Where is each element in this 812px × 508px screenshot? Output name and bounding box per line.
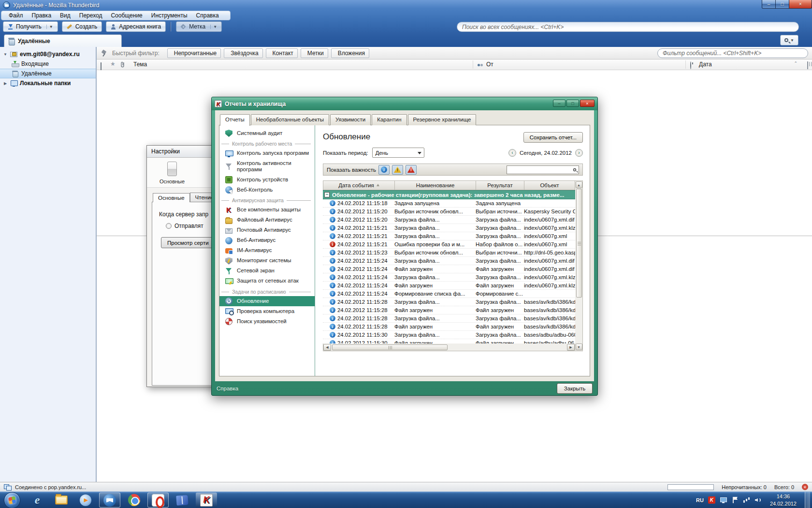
kaspersky-sidebar-item[interactable]: Сетевой экран [219, 266, 315, 276]
kaspersky-sidebar-item[interactable]: IM-Антивирус [219, 246, 315, 256]
event-row[interactable]: i24.02.2012 11:15:28 Файл загружен Файл … [323, 323, 575, 331]
kaspersky-sidebar-item[interactable]: Веб-Антивирус [219, 236, 315, 246]
previous-day-button[interactable]: ‹ [508, 149, 516, 157]
quick-filter-button[interactable]: Метки [301, 48, 328, 58]
from-column-header[interactable]: От [486, 61, 493, 68]
period-select[interactable]: День [372, 148, 424, 158]
tag-button[interactable]: Метка ▼ [176, 21, 222, 32]
event-row[interactable]: i24.02.2012 11:15:28 Загрузка файла... З… [323, 314, 575, 323]
folder-account[interactable]: ▼ evm.git08@yandex.ru [0, 49, 96, 59]
start-button[interactable] [4, 492, 20, 508]
view-certificates-button[interactable]: Просмотр серти [161, 237, 215, 248]
kaspersky-sidebar-item[interactable]: Контроль активности программ [219, 159, 315, 175]
category-general[interactable]: Основные [155, 162, 189, 184]
close-button[interactable]: × [580, 100, 594, 107]
event-row[interactable]: i24.02.2012 11:15:24 Загрузка файла... З… [323, 257, 575, 265]
name-column-header[interactable]: Наименование [395, 181, 476, 190]
network-tray-icon[interactable] [743, 496, 750, 504]
kaspersky-sidebar-item[interactable]: Все компоненты защиты [219, 205, 315, 215]
task-group-row[interactable]: Обновление - рабочие станции(групповая з… [323, 190, 575, 199]
taskbar-app-button[interactable] [123, 493, 145, 508]
kaspersky-sidebar-item[interactable]: Веб-Контроль [219, 185, 315, 195]
radio-button-icon[interactable] [166, 223, 172, 229]
menu-item[interactable]: Переход [75, 11, 107, 20]
error-filter-button[interactable]: ! [406, 165, 417, 175]
twisty-collapsed-icon[interactable]: ▶ [3, 81, 8, 86]
event-row[interactable]: i24.02.2012 11:15:30 Загрузка файла... З… [323, 331, 575, 339]
kaspersky-sidebar-item[interactable]: Контроль рабочего места [219, 138, 315, 149]
result-column-header[interactable]: Результат [476, 181, 524, 190]
event-row[interactable]: i24.02.2012 11:15:24 Файл загружен Файл … [323, 282, 575, 290]
event-row[interactable]: i24.02.2012 11:15:20 Выбран источник обн… [323, 208, 575, 216]
tab-search-button[interactable]: ▼ [780, 35, 798, 45]
minimize-button[interactable]: – [553, 100, 566, 107]
clock-icon[interactable] [690, 62, 691, 69]
kaspersky-sidebar-item[interactable]: Файловый Антивирус [219, 215, 315, 225]
kaspersky-sidebar-item[interactable]: Почтовый Антивирус [219, 225, 315, 236]
event-row[interactable]: i24.02.2012 11:15:23 Выбран источник обн… [323, 249, 575, 257]
quick-filter-button[interactable]: Контакт [266, 48, 298, 58]
next-day-button[interactable]: › [575, 149, 583, 157]
kaspersky-tab[interactable]: Уязвимости [330, 114, 371, 125]
offline-indicator-icon[interactable]: × [802, 484, 808, 490]
star-column-icon[interactable]: ★ [110, 61, 116, 67]
message-filter-input[interactable] [657, 48, 808, 58]
event-row[interactable]: i24.02.2012 11:15:24 Формирование списка… [323, 290, 575, 298]
event-row[interactable]: i24.02.2012 11:15:28 Файл загружен Файл … [323, 306, 575, 314]
kaspersky-tab[interactable]: Необработанные объекты [251, 114, 329, 125]
get-mail-button[interactable]: Получить ▼ [3, 21, 58, 32]
kaspersky-sidebar-item[interactable]: Контроль запуска программ [219, 149, 315, 159]
scroll-up-icon[interactable]: ▲ [576, 181, 582, 188]
kaspersky-sidebar-item[interactable]: Антивирусная защита [219, 195, 315, 205]
help-link[interactable]: Справка [217, 386, 238, 391]
event-row[interactable]: i24.02.2012 11:15:24 Загрузка файла... З… [323, 273, 575, 282]
event-row[interactable]: i24.02.2012 11:15:21 Загрузка файла... З… [323, 224, 575, 232]
vertical-scrollbar[interactable]: ▲ ▼ [575, 180, 583, 351]
column-separator[interactable] [473, 60, 473, 69]
scroll-right-icon[interactable]: ▶ [567, 344, 575, 351]
event-row[interactable]: i24.02.2012 11:15:24 Файл загружен Файл … [323, 265, 575, 273]
taskbar-app-button[interactable] [51, 493, 72, 508]
save-report-button[interactable]: Сохранить отчет... [523, 132, 583, 143]
kaspersky-sidebar-item[interactable]: Задачи по расписанию [219, 286, 315, 297]
column-separator[interactable] [685, 60, 686, 69]
pin-icon[interactable] [102, 50, 106, 57]
close-dialog-button[interactable]: Закрыть [557, 383, 593, 394]
kaspersky-sidebar-item[interactable]: Системный аудит [219, 128, 315, 138]
kaspersky-sidebar-item[interactable]: Поиск уязвимостей [219, 316, 315, 327]
kaspersky-tab[interactable]: Резервное хранилище [408, 114, 477, 125]
scroll-left-icon[interactable]: ◀ [323, 344, 331, 351]
event-row[interactable]: i24.02.2012 11:15:18 Задача запущена Зад… [323, 199, 575, 208]
folder-trash-selected[interactable]: Удалённые [0, 69, 96, 78]
menu-item[interactable]: Сообщение [106, 11, 146, 20]
compose-button[interactable]: Создать [62, 21, 102, 32]
maximize-button[interactable]: □ [566, 100, 579, 107]
quick-filter-button[interactable]: Вложения [331, 48, 369, 58]
chevron-down-icon[interactable]: ▼ [210, 25, 217, 29]
folder-local[interactable]: ▶ Локальные папки [0, 78, 96, 88]
taskbar-app-button[interactable] [147, 493, 169, 508]
event-row[interactable]: i24.02.2012 11:15:30 Файл загружен Файл … [323, 339, 575, 344]
warning-filter-button[interactable]: ! [392, 165, 403, 175]
clock[interactable]: 14:36 24.02.2012 [766, 493, 800, 507]
kaspersky-sidebar-item[interactable]: Проверка компьютера [219, 306, 315, 316]
event-row[interactable]: i24.02.2012 11:15:20 Загрузка файла... З… [323, 216, 575, 224]
subject-column-header[interactable]: Тема [133, 61, 147, 68]
volume-tray-icon[interactable] [754, 496, 762, 504]
close-button[interactable]: × [789, 0, 812, 9]
kaspersky-tab[interactable]: Отчеты [220, 114, 250, 126]
scroll-down-icon[interactable]: ▼ [576, 344, 582, 350]
taskbar-app-button[interactable] [99, 493, 120, 508]
tab-general[interactable]: Основные [153, 193, 190, 202]
thread-column-icon[interactable] [101, 62, 102, 69]
menu-item[interactable]: Вид [56, 11, 75, 20]
kaspersky-tray-icon[interactable]: K [708, 496, 715, 504]
kaspersky-sidebar-item[interactable]: Мониторинг системы [219, 256, 315, 266]
info-filter-button[interactable]: i [378, 165, 390, 175]
scrollbar-thumb[interactable] [332, 344, 448, 350]
display-tray-icon[interactable] [720, 496, 727, 504]
show-desktop-button[interactable] [805, 492, 810, 508]
date-column-header[interactable]: Дата [699, 61, 712, 68]
horizontal-scrollbar[interactable]: ◀ ▶ [323, 344, 575, 351]
sort-indicator-icon[interactable]: ⌃ [794, 61, 798, 66]
